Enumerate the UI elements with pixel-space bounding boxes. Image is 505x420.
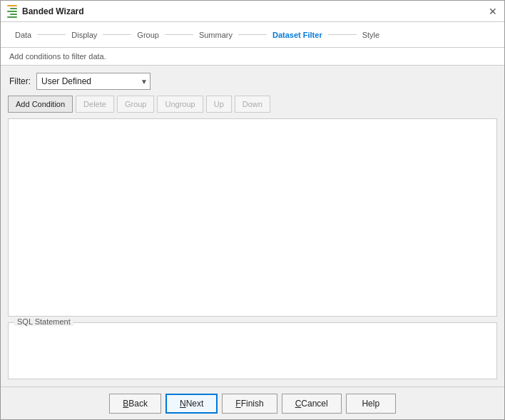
footer: BBack NNext FFinish CCancel Help xyxy=(1,386,504,419)
finish-label: FFinish xyxy=(235,399,263,409)
nav-item-dataset-filter[interactable]: Dataset Filter xyxy=(267,22,328,47)
nav-divider-5 xyxy=(328,34,357,35)
next-label: NNext xyxy=(180,399,203,409)
toolbar: Add Condition Delete Group Ungroup Up Do… xyxy=(8,96,497,113)
delete-button[interactable]: Delete xyxy=(76,96,114,113)
nav-divider-3 xyxy=(165,34,193,35)
sql-statement-legend: SQL Statement xyxy=(14,317,73,326)
filter-select-wrap: User Defined None Custom ▼ xyxy=(36,73,151,90)
back-button[interactable]: BBack xyxy=(109,394,161,414)
help-button[interactable]: Help xyxy=(346,394,396,414)
help-label: Help xyxy=(362,399,379,409)
filter-select[interactable]: User Defined None Custom xyxy=(36,73,151,90)
nav-item-data[interactable]: Data xyxy=(9,22,37,47)
title-bar: Banded Wizard ✕ xyxy=(1,1,504,22)
filter-label: Filter: xyxy=(9,76,31,86)
nav-divider-2 xyxy=(103,34,131,35)
close-button[interactable]: ✕ xyxy=(487,6,499,17)
conditions-panel xyxy=(8,118,497,317)
nav-divider-4 xyxy=(238,34,267,35)
nav-item-summary[interactable]: Summary xyxy=(193,22,238,47)
next-button[interactable]: NNext xyxy=(165,394,218,414)
nav-item-style[interactable]: Style xyxy=(357,22,385,47)
app-icon xyxy=(6,6,18,17)
nav-item-display[interactable]: Display xyxy=(66,22,103,47)
nav-divider-1 xyxy=(37,34,66,35)
banded-wizard-window: Banded Wizard ✕ Data Display Group Summa… xyxy=(0,0,505,420)
down-button[interactable]: Down xyxy=(235,96,270,113)
sql-statement-panel: SQL Statement xyxy=(8,322,497,379)
window-title: Banded Wizard xyxy=(22,6,84,16)
finish-button[interactable]: FFinish xyxy=(222,394,277,414)
filter-row: Filter: User Defined None Custom ▼ xyxy=(8,73,497,90)
group-button[interactable]: Group xyxy=(117,96,155,113)
nav-item-group[interactable]: Group xyxy=(131,22,165,47)
cancel-label: CCancel xyxy=(295,399,328,409)
up-button[interactable]: Up xyxy=(206,96,232,113)
back-label: BBack xyxy=(123,399,148,409)
title-bar-left: Banded Wizard xyxy=(6,6,84,17)
add-condition-button[interactable]: Add Condition xyxy=(8,96,73,113)
ungroup-button[interactable]: Ungroup xyxy=(157,96,203,113)
content-area: Filter: User Defined None Custom ▼ Add C… xyxy=(1,66,504,386)
cancel-button[interactable]: CCancel xyxy=(282,394,342,414)
nav-bar: Data Display Group Summary Dataset Filte… xyxy=(1,22,504,48)
subtitle: Add conditions to filter data. xyxy=(1,48,504,66)
